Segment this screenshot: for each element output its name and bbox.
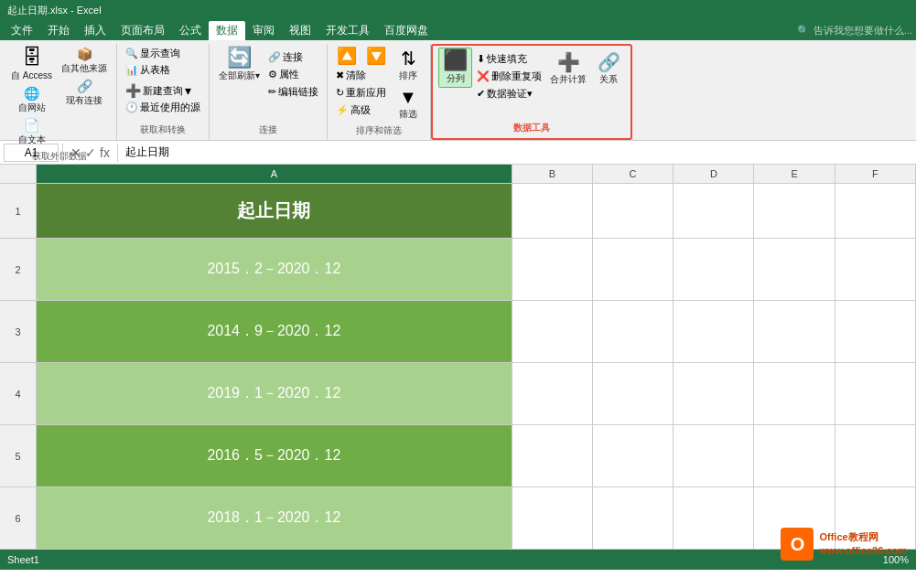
row-header-2: 2 — [0, 239, 37, 300]
menu-review[interactable]: 审阅 — [245, 21, 282, 40]
confirm-formula-icon[interactable]: ✓ — [85, 145, 96, 160]
menu-formula[interactable]: 公式 — [172, 21, 209, 40]
cell-e3[interactable] — [754, 301, 835, 362]
cell-d5[interactable] — [674, 425, 754, 486]
new-query-icon: ➕ — [125, 83, 141, 98]
cell-b3[interactable] — [512, 301, 593, 362]
group-transform-title: 获取和转换 — [123, 122, 203, 138]
quick-fill-icon: ⬇ — [477, 53, 485, 65]
col-header-b[interactable]: B — [512, 165, 593, 183]
cell-a6[interactable]: 2018．1－2020．12 — [37, 487, 512, 549]
menu-home[interactable]: 开始 — [40, 21, 77, 40]
btn-quick-fill[interactable]: ⬇ 快速填充 — [474, 51, 544, 67]
formula-bar: A1 ✕ ✓ fx 起止日期 — [0, 141, 916, 165]
cell-e2[interactable] — [754, 239, 835, 300]
row-header-6: 6 — [0, 487, 37, 549]
btn-web[interactable]: 🌐 自网站 — [7, 85, 56, 116]
btn-connections[interactable]: 🔗 连接 — [265, 49, 321, 65]
cell-c4[interactable] — [593, 363, 674, 424]
btn-relation[interactable]: 🔗 关系 — [592, 51, 625, 88]
cell-c3[interactable] — [593, 301, 674, 362]
formula-content[interactable]: 起止日期 — [122, 144, 912, 160]
properties-icon: ⚙ — [268, 69, 277, 80]
menu-insert[interactable]: 插入 — [77, 21, 113, 40]
col-header-a[interactable]: A — [37, 165, 512, 183]
cancel-formula-icon[interactable]: ✕ — [70, 145, 81, 160]
menu-developer[interactable]: 开发工具 — [318, 21, 377, 40]
cell-f3[interactable] — [835, 301, 916, 362]
btn-refresh-all[interactable]: 🔄 全部刷新▾ — [215, 46, 264, 84]
formula-icons: ✕ ✓ fx — [67, 145, 113, 160]
web-icon: 🌐 — [24, 87, 39, 100]
cell-c1[interactable] — [593, 184, 674, 238]
btn-properties[interactable]: ⚙ 属性 — [265, 67, 321, 82]
btn-consolidate[interactable]: ➕ 合并计算 — [546, 51, 590, 88]
cell-c5[interactable] — [593, 425, 674, 486]
btn-other-sources[interactable]: 📦 自其他来源 — [58, 46, 111, 77]
sheet-tab[interactable]: Sheet1 — [7, 554, 39, 565]
menu-view[interactable]: 视图 — [282, 21, 318, 40]
cell-d2[interactable] — [674, 239, 754, 300]
btn-validate[interactable]: ✔ 数据验证▾ — [474, 86, 544, 102]
cell-a2[interactable]: 2015．2－2020．12 — [37, 239, 512, 300]
cell-a3[interactable]: 2014．9－2020．12 — [37, 301, 512, 362]
btn-sort-az[interactable]: 🔼 — [333, 46, 361, 66]
cell-f1[interactable] — [835, 184, 916, 238]
formula-content-divider — [117, 144, 118, 162]
cell-c6[interactable] — [593, 487, 674, 549]
btn-edit-links[interactable]: ✏ 编辑链接 — [265, 84, 321, 100]
cell-e4[interactable] — [754, 363, 835, 424]
cell-d6[interactable] — [674, 487, 754, 549]
btn-advanced[interactable]: ⚡ 高级 — [333, 102, 390, 118]
cell-a5-value: 2016．5－2020．12 — [207, 446, 340, 465]
cell-f2[interactable] — [835, 239, 916, 300]
cell-f5[interactable] — [835, 425, 916, 486]
cell-b4[interactable] — [512, 363, 593, 424]
cell-a4-value: 2019．1－2020．12 — [207, 384, 340, 403]
cell-d4[interactable] — [674, 363, 754, 424]
cell-e5[interactable] — [754, 425, 835, 486]
btn-show-query[interactable]: 🔍 显示查询 — [123, 46, 203, 61]
cell-c2[interactable] — [593, 239, 674, 300]
search-placeholder[interactable]: 告诉我您想要做什么... — [814, 24, 912, 37]
col-header-c[interactable]: C — [593, 165, 674, 183]
cell-b5[interactable] — [512, 425, 593, 486]
menu-page-layout[interactable]: 页面布局 — [113, 21, 172, 40]
cell-f4[interactable] — [835, 363, 916, 424]
btn-sort-za[interactable]: 🔽 — [362, 46, 390, 66]
cell-d3[interactable] — [674, 301, 754, 362]
btn-clear[interactable]: ✖ 清除 — [333, 68, 390, 83]
btn-from-table[interactable]: 📊 从表格 — [123, 62, 203, 78]
cell-a5[interactable]: 2016．5－2020．12 — [37, 425, 512, 486]
btn-new-query[interactable]: ➕ 新建查询 ▾ — [123, 82, 203, 99]
btn-reapply[interactable]: ↻ 重新应用 — [333, 85, 390, 101]
group-sort-filter: 🔼 🔽 ✖ 清除 ↻ 重新应用 ⚡ — [328, 44, 431, 140]
status-bar: Sheet1 100% — [0, 550, 916, 570]
btn-existing-connections[interactable]: 🔗 现有连接 — [58, 78, 111, 109]
menu-file[interactable]: 文件 — [4, 21, 40, 40]
col-header-f[interactable]: F — [835, 165, 916, 183]
btn-access[interactable]: 🗄 自 Access — [7, 46, 56, 84]
cell-b1[interactable] — [512, 184, 593, 238]
cell-reference[interactable]: A1 — [4, 144, 59, 162]
cell-b2[interactable] — [512, 239, 593, 300]
btn-recent-source[interactable]: 🕐 最近使用的源 — [123, 100, 203, 115]
row-header-spacer — [0, 165, 37, 183]
cell-e1[interactable] — [754, 184, 835, 238]
cell-a1[interactable]: 起止日期 — [37, 184, 512, 238]
btn-sort[interactable]: ⇅ 排序 — [392, 48, 425, 84]
btn-filter[interactable]: ▼ 筛选 — [392, 86, 425, 123]
menu-baidu[interactable]: 百度网盘 — [377, 21, 436, 40]
col-header-d[interactable]: D — [674, 165, 754, 183]
group-sort-filter-items: 🔼 🔽 ✖ 清除 ↻ 重新应用 ⚡ — [333, 46, 425, 123]
cell-d1[interactable] — [674, 184, 754, 238]
btn-remove-dup[interactable]: ❌ 删除重复项 — [474, 69, 544, 84]
btn-split-col[interactable]: ⬛ 分列 — [438, 48, 472, 88]
menu-data[interactable]: 数据 — [209, 21, 245, 40]
insert-function-icon[interactable]: fx — [100, 145, 110, 160]
cell-b6[interactable] — [512, 487, 593, 549]
refresh-all-icon: 🔄 — [227, 48, 252, 68]
group-get-external-items: 🗄 自 Access 🌐 自网站 📄 自文本 📦 自其他 — [7, 46, 111, 148]
cell-a4[interactable]: 2019．1－2020．12 — [37, 363, 512, 424]
col-header-e[interactable]: E — [754, 165, 835, 183]
